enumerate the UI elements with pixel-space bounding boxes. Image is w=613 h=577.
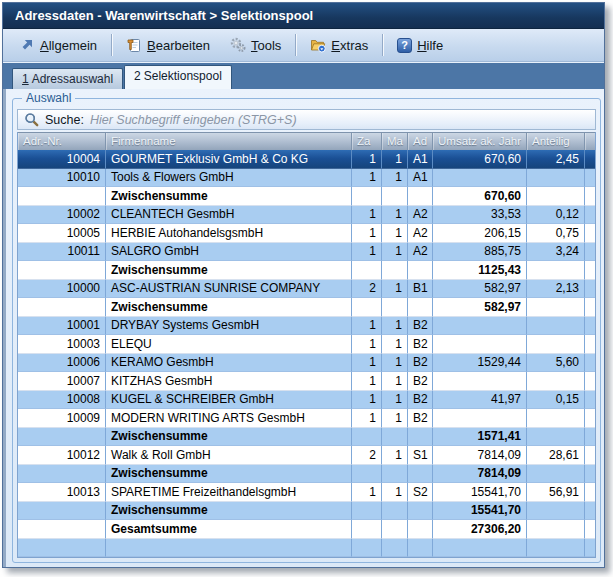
cell-firmenname: Zwischensumme <box>106 261 352 280</box>
clipboard-icon <box>126 37 142 53</box>
cell-anteilig <box>527 335 585 354</box>
search-icon <box>24 112 39 127</box>
table-row[interactable]: 10007 KITZHAS GesmbH 1 1 B2 <box>18 372 595 391</box>
cell-ma: 1 <box>382 317 408 336</box>
cell-blank <box>585 169 595 188</box>
cell-firmenname: HERBIE AutohandelsgsmbH <box>106 224 352 243</box>
cell-ad <box>408 465 433 484</box>
cell-ma <box>382 261 408 280</box>
cell-za: 1 <box>352 169 382 188</box>
cell-adr-nr: 10002 <box>18 206 106 225</box>
table-row[interactable]: 10009 MODERN WRITING ARTS GesmbH 1 1 B2 <box>18 409 595 428</box>
cell-anteilig: 2,13 <box>527 280 585 299</box>
title-bar: Adressdaten - Warenwirtschaft > Selektio… <box>3 3 604 29</box>
tab-adressauswahl[interactable]: 1Adressauswahl <box>12 68 123 89</box>
cell-blank <box>585 483 595 502</box>
cell-ma: 1 <box>382 243 408 262</box>
cell-umsatz <box>433 539 527 558</box>
table-row[interactable]: Zwischensumme 15541,70 <box>18 502 595 521</box>
table-row[interactable]: Zwischensumme 7814,09 <box>18 465 595 484</box>
cell-anteilig <box>527 502 585 521</box>
cell-za: 1 <box>352 391 382 410</box>
cell-anteilig <box>527 372 585 391</box>
cell-za <box>352 465 382 484</box>
table-body: 10004 GOURMET Exklusiv GmbH & Co KG 1 1 … <box>18 150 595 557</box>
cell-firmenname: Walk & Roll GmbH <box>106 446 352 465</box>
cell-blank <box>585 446 595 465</box>
cell-ma <box>382 520 408 539</box>
column-header-firmenname[interactable]: Firmenname <box>106 133 352 150</box>
cell-firmenname: Tools & Flowers GmbH <box>106 169 352 188</box>
column-header-anteilig[interactable]: Anteilig <box>527 133 585 150</box>
cell-ad: B2 <box>408 317 433 336</box>
toolbar-separator <box>111 34 112 56</box>
cell-adr-nr: 10009 <box>18 409 106 428</box>
cell-anteilig <box>527 428 585 447</box>
cell-umsatz <box>433 317 527 336</box>
table-row[interactable]: 10003 ELEQU 1 1 B2 <box>18 335 595 354</box>
column-header-umsatz[interactable]: Umsatz ak. Jahr <box>433 133 527 150</box>
cell-blank <box>585 428 595 447</box>
cell-adr-nr: 10005 <box>18 224 106 243</box>
column-header-adr-nr[interactable]: Adr.-Nr. <box>18 133 106 150</box>
table-row[interactable]: 10001 DRYBAY Systems GesmbH 1 1 B2 <box>18 317 595 336</box>
column-header-ad[interactable]: Ad <box>408 133 433 150</box>
table-row[interactable]: 10012 Walk & Roll GmbH 2 1 S1 7814,09 28… <box>18 446 595 465</box>
table-row[interactable]: Zwischensumme 670,60 <box>18 187 595 206</box>
cell-firmenname: ASC-AUSTRIAN SUNRISE COMPANY <box>106 280 352 299</box>
cell-ma <box>382 187 408 206</box>
cell-anteilig: 2,45 <box>527 150 585 169</box>
cell-za <box>352 298 382 317</box>
bearbeiten-button[interactable]: Bearbeiten <box>116 33 220 57</box>
cell-anteilig <box>527 298 585 317</box>
cell-firmenname: GOURMET Exklusiv GmbH & Co KG <box>106 150 352 169</box>
search-input[interactable]: Suche: Hier Suchbegriff eingeben (STRG+S… <box>17 109 596 130</box>
table-row[interactable]: 10004 GOURMET Exklusiv GmbH & Co KG 1 1 … <box>18 150 595 169</box>
cell-ad <box>408 261 433 280</box>
cell-firmenname: SPARETIME FreizeithandelsgmbH <box>106 483 352 502</box>
cell-blank <box>585 391 595 410</box>
cell-blank <box>585 224 595 243</box>
cell-ad: A2 <box>408 243 433 262</box>
auswahl-groupbox: Auswahl Suche: Hier Suchbegriff eingeben… <box>12 98 601 563</box>
table-row[interactable]: 10008 KUGEL & SCHREIBER GmbH 1 1 B2 41,9… <box>18 391 595 410</box>
cell-firmenname: KITZHAS GesmbH <box>106 372 352 391</box>
cell-umsatz: 33,53 <box>433 206 527 225</box>
cell-blank <box>585 261 595 280</box>
table-row[interactable]: 10013 SPARETIME FreizeithandelsgmbH 1 1 … <box>18 483 595 502</box>
hilfe-button[interactable]: Hilfe <box>387 34 453 57</box>
table-row[interactable]: Zwischensumme 1571,41 <box>18 428 595 447</box>
table-row[interactable]: 10005 HERBIE AutohandelsgsmbH 1 1 A2 206… <box>18 224 595 243</box>
cell-adr-nr: 10001 <box>18 317 106 336</box>
column-header-ma[interactable]: Ma <box>382 133 408 150</box>
selection-table: Adr.-Nr. Firmenname Za Ma Ad Umsatz ak. … <box>17 132 596 558</box>
cell-firmenname: CLEANTECH GesmbH <box>106 206 352 225</box>
table-row[interactable]: Zwischensumme 1125,43 <box>18 261 595 280</box>
table-row[interactable]: Zwischensumme 582,97 <box>18 298 595 317</box>
column-header-za[interactable]: Za <box>352 133 382 150</box>
table-row[interactable]: 10002 CLEANTECH GesmbH 1 1 A2 33,53 0,12 <box>18 206 595 225</box>
cell-adr-nr <box>18 502 106 521</box>
table-row[interactable]: Gesamtsumme 27306,20 <box>18 520 595 539</box>
cell-umsatz: 7814,09 <box>433 446 527 465</box>
table-row[interactable]: 10006 KERAMO GesmbH 1 1 B2 1529,44 5,60 <box>18 354 595 373</box>
table-row[interactable] <box>18 539 595 558</box>
table-row[interactable]: 10011 SALGRO GmbH 1 1 A2 885,75 3,24 <box>18 243 595 262</box>
cell-anteilig <box>527 539 585 558</box>
table-row[interactable]: 10000 ASC-AUSTRIAN SUNRISE COMPANY 2 1 B… <box>18 280 595 299</box>
cell-firmenname: SALGRO GmbH <box>106 243 352 262</box>
cell-adr-nr <box>18 298 106 317</box>
tab-strip: 1Adressauswahl 2Selektionspool <box>3 62 604 89</box>
table-row[interactable]: 10010 Tools & Flowers GmbH 1 1 A1 <box>18 169 595 188</box>
cell-blank <box>585 243 595 262</box>
cell-blank <box>585 502 595 521</box>
cell-firmenname: Zwischensumme <box>106 298 352 317</box>
cell-firmenname: Gesamtsumme <box>106 520 352 539</box>
cell-ad: B2 <box>408 335 433 354</box>
cell-adr-nr: 10011 <box>18 243 106 262</box>
cell-adr-nr: 10004 <box>18 150 106 169</box>
tools-button[interactable]: Tools <box>220 33 291 57</box>
allgemein-button[interactable]: Allgemein <box>9 33 107 57</box>
extras-button[interactable]: Extras <box>300 33 378 57</box>
tab-selektionspool[interactable]: 2Selektionspool <box>124 65 232 89</box>
